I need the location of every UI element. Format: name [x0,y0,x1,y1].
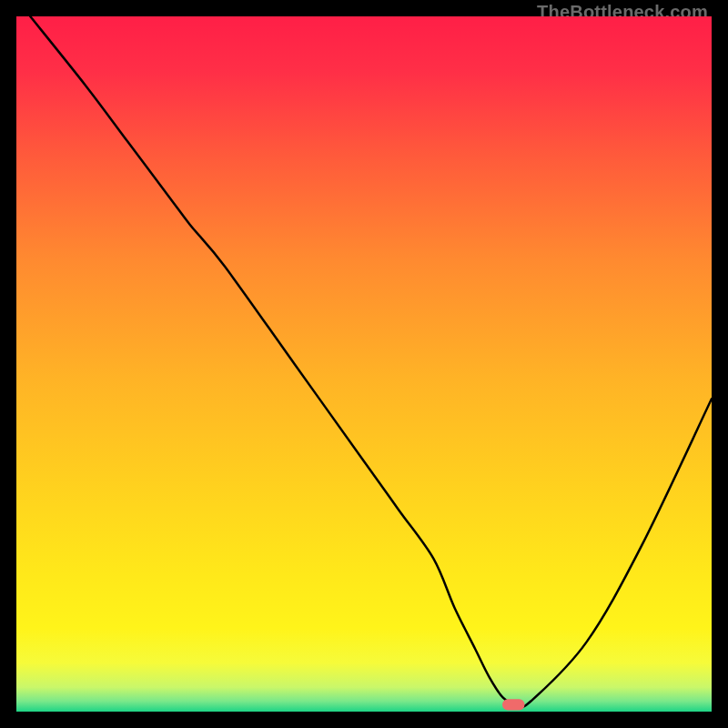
plot-area [16,16,712,712]
chart-svg [16,16,712,712]
optimal-marker [502,699,524,710]
chart-frame: TheBottleneck.com [0,0,728,728]
